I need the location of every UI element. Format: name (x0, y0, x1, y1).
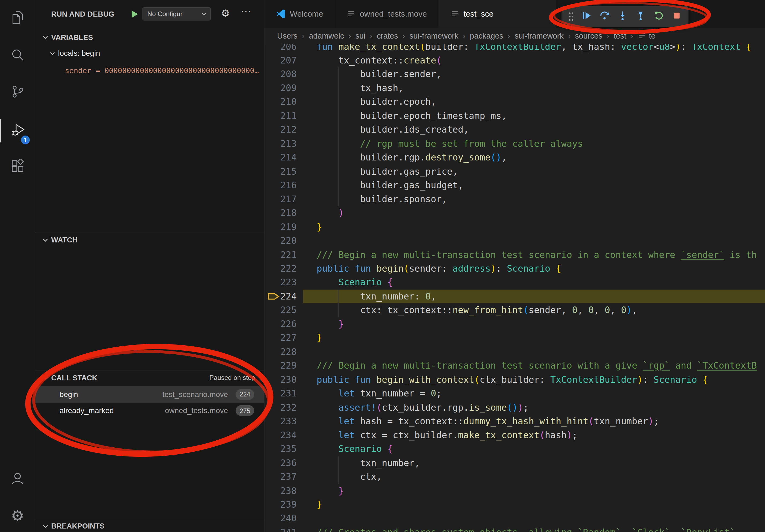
restart-button[interactable] (649, 6, 667, 27)
line-number[interactable]: 239 (265, 498, 297, 512)
line-number[interactable]: 221 (265, 248, 297, 262)
line-number[interactable]: 235 (265, 442, 297, 456)
line-number[interactable]: 209 (265, 82, 297, 95)
step-out-button[interactable] (631, 6, 649, 27)
line-number[interactable]: 212 (265, 123, 297, 137)
code-text[interactable]: builder.sponsor, (317, 192, 447, 206)
line-number[interactable]: 216 (265, 179, 297, 193)
toolbar-drag-handle[interactable] (564, 6, 577, 27)
line-number[interactable]: 218 (265, 206, 297, 220)
code-text[interactable]: let ctx = ctx_builder.make_tx_context(ha… (317, 428, 577, 442)
line-number[interactable]: 217 (265, 192, 297, 206)
line-number[interactable]: 225 (265, 304, 297, 317)
breadcrumb-item[interactable]: crates (377, 31, 398, 40)
line-number[interactable]: 233 (265, 415, 297, 428)
code-text[interactable]: builder.gas_price, (317, 165, 458, 179)
code-text[interactable]: public fun begin(sender: address): Scena… (317, 262, 561, 276)
code-text[interactable]: builder.gas_budget, (317, 179, 463, 193)
line-number[interactable]: 222 (265, 262, 297, 276)
section-call-stack[interactable]: CALL STACK Paused on step (35, 371, 264, 384)
breadcrumb-item[interactable]: packages (470, 31, 503, 40)
line-number[interactable]: 230 (265, 373, 297, 387)
line-number[interactable]: 232 (265, 401, 297, 415)
line-number[interactable]: 208 (265, 68, 297, 82)
stop-button[interactable] (667, 6, 685, 27)
more-actions-icon[interactable]: ⋯ (241, 6, 251, 17)
code-text[interactable]: txn_number, (317, 456, 420, 470)
call-stack-frame[interactable]: begintest_scenario.move224 (35, 386, 264, 402)
activity-item-search[interactable] (0, 45, 35, 68)
code-text[interactable]: } (317, 331, 322, 345)
code-text[interactable]: tx_hash, (317, 82, 403, 95)
tab-owned_tests-move[interactable]: owned_tests.move (335, 0, 439, 28)
line-number[interactable]: 206 (265, 44, 297, 54)
continue-button[interactable] (577, 6, 595, 27)
activity-item-account[interactable] (0, 468, 35, 491)
code-text[interactable]: builder.ids_created, (317, 123, 469, 137)
code-text[interactable]: fun make_tx_context(builder: TxContextBu… (317, 44, 751, 54)
code-text[interactable]: Scenario { (317, 276, 393, 290)
breadcrumb-item[interactable]: adamwelc (309, 31, 344, 40)
tab-welcome[interactable]: Welcome (265, 0, 336, 28)
code-text[interactable]: /// Creates and shares system objects, a… (317, 526, 735, 532)
line-number[interactable]: 238 (265, 484, 297, 498)
debug-settings-gear-icon[interactable]: ⚙ (221, 8, 230, 18)
debug-config-dropdown[interactable]: No Configur (142, 7, 211, 20)
line-number[interactable]: 234 (265, 428, 297, 442)
section-watch[interactable]: WATCH (35, 232, 264, 246)
breadcrumb-item[interactable]: te (638, 31, 655, 40)
line-number[interactable]: 228 (265, 345, 297, 359)
line-number[interactable]: 241 (265, 526, 297, 532)
step-over-button[interactable] (595, 6, 613, 27)
code-text[interactable]: txn_number: 0, (317, 290, 436, 304)
code-text[interactable]: builder.epoch, (317, 95, 436, 109)
line-number[interactable]: 213 (265, 137, 297, 151)
code-text[interactable]: /// Begin a new multi-transaction test s… (317, 359, 757, 373)
code-text[interactable]: } (317, 317, 344, 331)
breadcrumb-item[interactable]: sources (575, 31, 602, 40)
line-number[interactable]: 237 (265, 470, 297, 484)
activity-item-source-control[interactable] (0, 81, 35, 104)
line-number[interactable]: 219 (265, 220, 297, 234)
call-stack-frame[interactable]: already_markedowned_tests.move275 (35, 402, 264, 419)
code-text[interactable]: } (317, 220, 322, 234)
line-number[interactable]: 211 (265, 109, 297, 123)
line-number[interactable]: 215 (265, 165, 297, 179)
code-text[interactable]: // rgp must be set from the caller alway… (317, 137, 583, 151)
line-number[interactable]: 224 (265, 290, 297, 304)
code-text[interactable]: Scenario { (317, 442, 393, 456)
breadcrumb-item[interactable]: sui-framework (409, 31, 458, 40)
code-text[interactable]: ctx: tx_context::new_from_hint(sender, 0… (317, 304, 637, 317)
activity-item-extensions[interactable] (0, 155, 35, 179)
line-number[interactable]: 220 (265, 234, 297, 248)
code-text[interactable]: } (317, 498, 322, 512)
code-text[interactable]: tx_context::create( (317, 54, 441, 68)
line-number[interactable]: 236 (265, 456, 297, 470)
code-text[interactable]: builder.rgp.destroy_some(), (317, 151, 507, 165)
variables-scope-locals[interactable]: locals: begin (35, 46, 264, 60)
line-number[interactable]: 229 (265, 359, 297, 373)
code-text[interactable]: builder.epoch_timestamp_ms, (317, 109, 507, 123)
code-text[interactable]: builder.sender, (317, 68, 441, 82)
activity-item-explorer[interactable] (0, 7, 35, 30)
variable-row-sender[interactable]: sender = 0000000000000000000000000000000… (35, 64, 264, 78)
breadcrumb-item[interactable]: sui-framework (515, 31, 564, 40)
code-text[interactable]: } (317, 484, 344, 498)
code-text[interactable]: /// Begin a new multi-transaction test s… (317, 248, 757, 262)
code-text[interactable]: let txn_number = 0; (317, 387, 441, 401)
breadcrumb-item[interactable]: test (614, 31, 626, 40)
section-variables[interactable]: VARIABLES (35, 30, 264, 44)
start-debug-button[interactable] (129, 9, 139, 21)
line-number[interactable]: 223 (265, 276, 297, 290)
code-editor[interactable]: 206fun make_tx_context(builder: TxContex… (265, 44, 765, 532)
line-number[interactable]: 231 (265, 387, 297, 401)
step-into-button[interactable] (613, 6, 631, 27)
code-text[interactable]: public fun begin_with_context(ctx_builde… (317, 373, 708, 387)
tab-test_sce[interactable]: test_sce (439, 0, 556, 28)
section-breakpoints[interactable]: BREAKPOINTS (35, 519, 264, 532)
code-text[interactable]: ) (317, 206, 344, 220)
line-number[interactable]: 210 (265, 95, 297, 109)
line-number[interactable]: 226 (265, 317, 297, 331)
line-number[interactable]: 214 (265, 151, 297, 165)
activity-item-run-and-debug[interactable]: 1 (0, 119, 36, 142)
